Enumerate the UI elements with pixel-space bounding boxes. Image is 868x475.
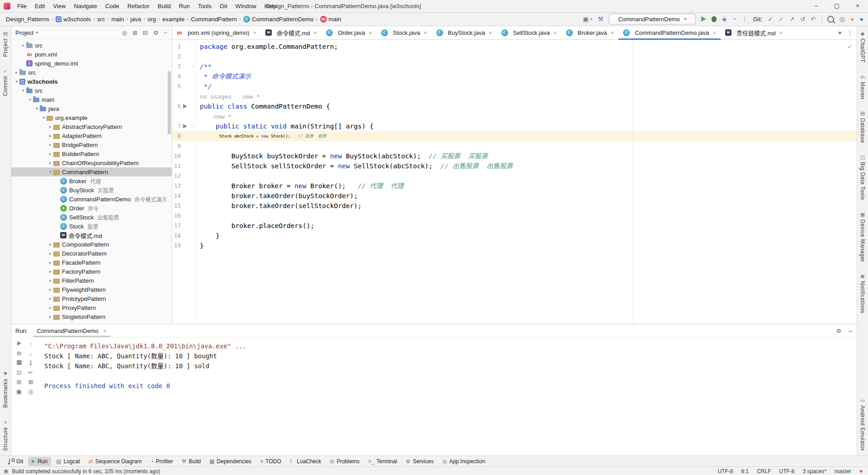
breadcrumb-item[interactable]: CommandPattern — [189, 15, 238, 24]
chevron-icon[interactable]: ▸ — [14, 70, 19, 75]
settings-icon[interactable]: ⚙ — [836, 328, 841, 334]
stop-icon[interactable] — [17, 360, 22, 365]
menu-edit[interactable]: Edit — [31, 0, 49, 12]
tree-item[interactable]: ▸FilterPattern — [11, 276, 172, 285]
tree-item[interactable]: BuyStock买股票 — [11, 185, 172, 195]
tool-todo[interactable]: ≡TODO — [256, 457, 284, 466]
tree-item[interactable]: ▾CommandPattern — [11, 167, 172, 176]
close-icon[interactable]: × — [103, 328, 107, 334]
menu-build[interactable]: Build — [154, 0, 175, 12]
tree-item[interactable]: ▸src — [11, 68, 172, 77]
breadcrumb-item[interactable]: main — [319, 15, 343, 24]
tool-logcat[interactable]: ▤Logcat — [52, 457, 83, 466]
scroll-to-end-icon[interactable]: ↧ — [28, 360, 33, 366]
menu-view[interactable]: View — [49, 0, 70, 12]
tree-item[interactable]: ▾main — [11, 95, 172, 104]
rerun-icon[interactable] — [17, 341, 21, 346]
git-update-icon[interactable]: ✓ — [768, 16, 773, 22]
chevron-icon[interactable]: ▸ — [47, 251, 53, 256]
breadcrumb-item[interactable]: example — [161, 15, 186, 24]
editor-tab[interactable]: pom.xml (spring_demo)× — [172, 26, 261, 39]
git-rollback-icon[interactable]: ↶ — [811, 16, 816, 22]
tree-scrollbar[interactable] — [168, 71, 171, 134]
run-with-coverage-icon[interactable]: ◈ — [722, 16, 727, 22]
chevron-icon[interactable]: ▾ — [20, 88, 26, 93]
hide-panel-icon[interactable]: − — [164, 30, 167, 36]
screenshot-icon[interactable]: ⊡ — [17, 370, 22, 375]
close-button[interactable]: × — [847, 0, 868, 12]
tree-item[interactable]: pom.xml — [11, 50, 172, 59]
git-commit-icon[interactable]: ✓ — [778, 16, 784, 22]
inspection-ok-icon[interactable]: ✓ — [848, 43, 852, 51]
tree-item[interactable]: ▸ChainOfResponsibilityPattern — [11, 158, 172, 167]
menu-tools[interactable]: Tools — [194, 0, 216, 12]
close-icon[interactable]: × — [314, 29, 317, 36]
chevron-icon[interactable]: ▸ — [47, 161, 53, 165]
run-tab[interactable]: CommandPatternDemo × — [33, 324, 110, 337]
editor-tab[interactable]: Stock.java× — [377, 26, 432, 39]
tool-window-button-chatgpt[interactable]: ◆ChatGPT — [859, 31, 866, 63]
menu-file[interactable]: File — [13, 0, 31, 12]
tool-window-button-device-manager[interactable]: ▦Device Manager — [859, 212, 866, 262]
status-widget-crlf[interactable]: CRLF — [757, 468, 771, 475]
tool-window-button-android-emulator[interactable]: ▭Android Emulator — [859, 398, 866, 451]
menu-refactor[interactable]: Refactor — [123, 0, 154, 12]
tree-item[interactable]: ▸FlyweightPattern — [11, 285, 172, 294]
tool-build[interactable]: ⚒Build — [178, 457, 204, 466]
profiler-icon[interactable]: ◔ — [732, 16, 736, 22]
tool-sequence-diagram[interactable]: ⇄Sequence Diagram — [85, 457, 146, 466]
close-icon[interactable]: × — [712, 29, 716, 36]
menu-git[interactable]: Git — [216, 0, 231, 12]
close-icon[interactable]: × — [489, 29, 492, 36]
tool-dependencies[interactable]: ▦Dependencies — [206, 457, 255, 466]
tree-item[interactable]: ▾java — [11, 104, 172, 113]
breadcrumb-item[interactable]: CommandPatternDemo — [242, 15, 315, 24]
close-icon[interactable]: × — [779, 29, 783, 36]
tool-window-button-big-data-tools[interactable]: ◫Big Data Tools — [859, 155, 866, 200]
tree-item[interactable]: ▸FactoryPattern — [11, 267, 172, 276]
soft-wrap-icon[interactable]: ↵ — [28, 370, 33, 375]
chevron-icon[interactable]: ▸ — [47, 124, 53, 129]
stack-down-icon[interactable]: ↓ — [29, 351, 33, 356]
breadcrumb-item[interactable]: main — [110, 15, 125, 24]
stack-up-icon[interactable]: ↑ — [29, 341, 33, 347]
heart-icon[interactable]: ♥ — [859, 468, 863, 475]
chevron-icon[interactable]: ▾ — [47, 170, 53, 174]
tree-item[interactable]: ▸DecoratorPattern — [11, 249, 172, 258]
tree-item[interactable]: ▸AbstractFactoryPattern — [11, 122, 172, 131]
run-line-button[interactable] — [181, 121, 189, 131]
tool-window-button-bookmarks[interactable]: ⚑Bookmarks — [2, 371, 9, 408]
chevron-icon[interactable]: ▸ — [47, 142, 53, 147]
print-icon[interactable]: ⊞ — [17, 379, 22, 385]
minimize-icon[interactable]: ─ — [849, 328, 853, 334]
run-button[interactable] — [701, 16, 706, 22]
locate-file-icon[interactable]: ◎ — [840, 16, 845, 22]
tool-window-button-project[interactable]: ▤Project — [2, 31, 9, 57]
editor-tab[interactable]: 命令模式.md× — [261, 26, 321, 39]
close-icon[interactable]: × — [424, 29, 427, 36]
chevron-icon[interactable]: ▸ — [47, 269, 53, 274]
chevron-icon[interactable]: ▸ — [47, 305, 53, 310]
tree-item[interactable]: spring_demo.iml — [11, 59, 172, 68]
build-project-icon[interactable]: ⚒ — [598, 16, 604, 22]
chevron-icon[interactable]: ▸ — [47, 260, 53, 265]
tree-item[interactable]: ▸ProxyPattern — [11, 303, 172, 312]
chevron-icon[interactable]: ▸ — [47, 296, 53, 301]
tool-luacheck[interactable]: ☾LuaCheck — [286, 457, 325, 466]
tool-profiler[interactable]: ◔Profiler — [147, 457, 177, 466]
tree-item[interactable]: ▸SingletonPattern — [11, 312, 172, 321]
editor-tab[interactable]: CommandPatternDemo.java× — [618, 26, 721, 39]
tool-services[interactable]: ⚙Services — [402, 457, 437, 466]
notifications-icon[interactable]: ● — [850, 16, 854, 22]
close-icon[interactable]: × — [253, 29, 257, 36]
chevron-icon[interactable]: ▸ — [47, 242, 53, 247]
tree-item[interactable]: 命令模式.md — [11, 231, 172, 240]
chevron-icon[interactable]: ▸ — [47, 152, 53, 156]
tool-window-button-structure[interactable]: ≡Structure — [2, 420, 9, 451]
tool-window-button-maven[interactable]: mMaven — [859, 75, 866, 100]
breadcrumb-item[interactable]: java — [129, 15, 142, 24]
tool-windows-icon[interactable]: ▣ — [583, 16, 589, 22]
run-config-select[interactable]: CommandPatternDemo▾ — [609, 14, 696, 24]
run-line-button[interactable] — [181, 101, 189, 111]
menu-navigate[interactable]: Navigate — [70, 0, 101, 12]
